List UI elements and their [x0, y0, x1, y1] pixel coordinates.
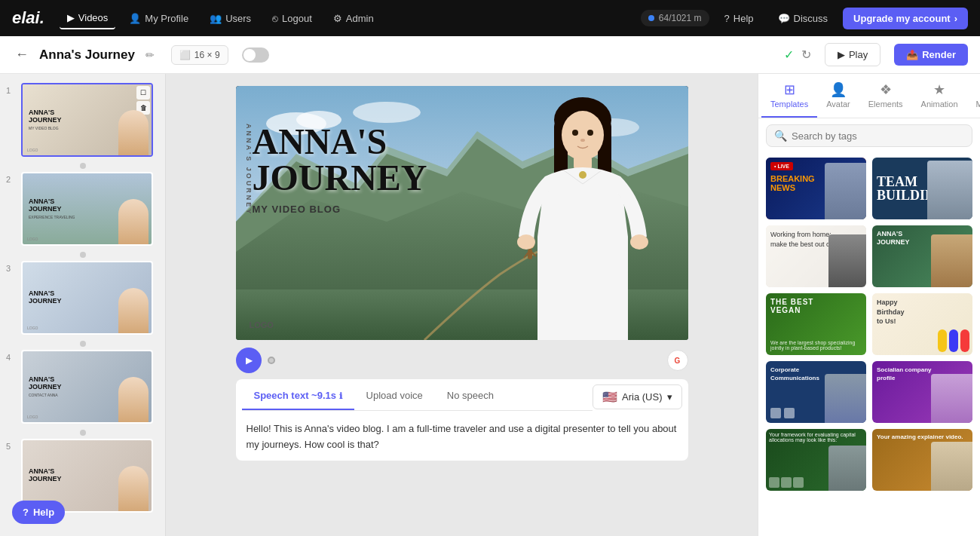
nav-videos[interactable]: ▶ Videos — [60, 8, 116, 29]
speech-tabs: Speech text ~9.1s ℹ Upload voice No spee… — [242, 382, 593, 411]
canvas-area: ANNA'S JOURNEY MY VIDEO BLOG ANNA'S JOUR… — [166, 74, 758, 536]
slide-item-3[interactable]: 3 ANNA'SJOURNEY LOGO — [0, 258, 165, 338]
template-card-1[interactable]: • LIVE BREAKING NEWS — [766, 158, 866, 219]
usage-badge: 64/1021 m — [641, 10, 709, 26]
progress-indicator[interactable] — [268, 357, 275, 364]
tab-music[interactable]: ♪ Music — [967, 75, 980, 118]
usage-dot — [648, 15, 654, 21]
chevron-right-icon: › — [954, 13, 957, 24]
view-toggle[interactable] — [242, 47, 269, 63]
tab-elements[interactable]: ❖ Elements — [859, 74, 912, 118]
avatar-icon: 👤 — [830, 81, 847, 98]
slide-item-4[interactable]: 4 ANNA'SJOURNEY CONTACT ANNA LOGO — [0, 347, 165, 427]
help-nav-button[interactable]: ? Help — [715, 8, 763, 29]
help-circle-icon: ? — [23, 507, 29, 518]
tab-speech-text[interactable]: Speech text ~9.1s ℹ — [242, 382, 354, 410]
nav-users[interactable]: 👥 Users — [202, 8, 259, 29]
elements-icon: ❖ — [880, 81, 892, 98]
tab-upload-voice[interactable]: Upload voice — [354, 382, 435, 410]
discuss-icon: 💬 — [778, 13, 790, 24]
svg-point-11 — [353, 102, 421, 123]
check-icon: ✓ — [784, 47, 794, 62]
search-wrap: 🔍 — [766, 124, 972, 147]
flag-icon: 🇺🇸 — [602, 390, 617, 404]
top-nav: elai. ▶ Videos 👤 My Profile 👥 Users ⎋ Lo… — [0, 0, 980, 36]
nav-logout[interactable]: ⎋ Logout — [265, 8, 320, 29]
nav-admin[interactable]: ⚙ Admin — [326, 8, 381, 29]
voice-selector[interactable]: 🇺🇸 Aria (US) ▾ — [593, 384, 681, 409]
render-button[interactable]: 📤 Render — [894, 44, 968, 66]
canvas-subtitle: MY VIDEO BLOG — [253, 204, 427, 215]
back-button[interactable]: ← — [12, 44, 32, 66]
aspect-ratio-button[interactable]: ⬜ 16 × 9 — [171, 45, 228, 65]
render-icon: 📤 — [906, 49, 918, 60]
canvas-play-button[interactable]: ▶ — [236, 348, 262, 373]
speech-content-text[interactable]: Hello! This is Anna's video blog. I am a… — [236, 414, 688, 461]
speech-tabs-row: Speech text ~9.1s ℹ Upload voice No spee… — [236, 379, 688, 414]
canvas-logo: LOGO — [250, 320, 274, 329]
template-card-9[interactable]: Your framework for evaluating capital al… — [766, 429, 866, 491]
tab-animation[interactable]: ★ Animation — [912, 74, 967, 118]
nav-my-profile[interactable]: 👤 My Profile — [121, 8, 196, 29]
play-icon: ▶ — [838, 49, 845, 60]
slide-3-dot — [0, 338, 165, 347]
svg-point-20 — [580, 139, 585, 142]
template-search: 🔍 — [758, 118, 980, 153]
template-card-8[interactable]: Socialian companyprofile — [872, 361, 972, 423]
canvas-frame[interactable]: ANNA'S JOURNEY MY VIDEO BLOG ANNA'S JOUR… — [236, 86, 688, 340]
template-card-2[interactable]: TEAMBUILDING — [872, 158, 972, 219]
templates-icon: ⊞ — [784, 81, 795, 98]
animation-icon: ★ — [933, 81, 945, 98]
right-panel-tabs: ⊞ Templates 👤 Avatar ❖ Elements ★ Animat… — [758, 74, 980, 118]
template-card-4[interactable]: ANNA'SJOURNEY — [872, 225, 972, 287]
slide-thumbnail-1: ☐ 🗑 ANNA'SJOURNEY MY VIDEO BLOG LOGO — [21, 83, 153, 157]
slide-thumbnail-2: ANNA'SJOURNEY EXPERIENCE TRAVELING LOGO — [21, 172, 153, 246]
slide-item-2[interactable]: 2 ANNA'SJOURNEY EXPERIENCE TRAVELING LOG… — [0, 169, 165, 249]
tab-templates[interactable]: ⊞ Templates — [761, 74, 817, 118]
template-card-10[interactable]: Your amazing explainer video. — [872, 429, 972, 491]
chevron-down-icon: ▾ — [667, 391, 672, 403]
slide-thumbnail-3: ANNA'SJOURNEY LOGO — [21, 261, 153, 335]
google-button[interactable]: G — [667, 350, 688, 371]
tab-no-speech[interactable]: No speech — [435, 382, 506, 410]
canvas-controls: ▶ G — [236, 348, 688, 373]
search-icon: 🔍 — [774, 130, 787, 142]
video-icon: ▶ — [67, 12, 75, 23]
svg-point-23 — [630, 234, 648, 250]
slide-4-dot — [0, 427, 165, 436]
play-triangle-icon: ▶ — [246, 355, 253, 366]
discuss-nav-button[interactable]: 💬 Discuss — [769, 8, 838, 29]
svg-point-18 — [572, 130, 578, 136]
profile-icon: 👤 — [129, 13, 141, 24]
canvas-title-2: JOURNEY — [253, 160, 427, 196]
brand-logo: elai. — [12, 8, 44, 28]
aspect-icon: ⬜ — [179, 50, 191, 60]
refresh-icon[interactable]: ↻ — [801, 47, 811, 62]
template-card-5[interactable]: THE BESTVEGAN We are the largest shop sp… — [766, 293, 866, 355]
upgrade-button[interactable]: Upgrade my account › — [843, 8, 968, 29]
tab-avatar[interactable]: 👤 Avatar — [817, 74, 859, 118]
svg-point-19 — [587, 130, 593, 136]
speech-section: Speech text ~9.1s ℹ Upload voice No spee… — [236, 379, 688, 461]
canvas-side-text: ANNA'S JOURNEY — [245, 124, 253, 216]
search-input[interactable] — [792, 130, 964, 142]
project-title: Anna's Journey — [39, 47, 135, 63]
help-button[interactable]: ? Help — [12, 501, 65, 524]
toggle-wrap — [242, 47, 269, 63]
slide-2-dot — [0, 249, 165, 258]
main-area: 1 ☐ 🗑 ANNA'SJOURNEY MY VIDEO BLOG LOGO 2 — [0, 74, 980, 536]
template-card-7[interactable]: CorporateCommunications — [766, 361, 866, 423]
admin-icon: ⚙ — [333, 13, 342, 24]
edit-icon[interactable]: ✏ — [145, 49, 155, 61]
canvas-title-1: ANNA'S — [253, 124, 427, 160]
info-icon: ℹ — [339, 391, 342, 400]
logout-icon: ⎋ — [272, 13, 278, 24]
template-card-6[interactable]: HappyBirthdayto Us! — [872, 293, 972, 355]
right-panel: ⊞ Templates 👤 Avatar ❖ Elements ★ Animat… — [758, 74, 980, 536]
svg-point-22 — [517, 234, 535, 250]
slide-panel: 1 ☐ 🗑 ANNA'SJOURNEY MY VIDEO BLOG LOGO 2 — [0, 74, 166, 536]
play-button[interactable]: ▶ Play — [825, 43, 880, 66]
slide-item-1[interactable]: 1 ☐ 🗑 ANNA'SJOURNEY MY VIDEO BLOG LOGO — [0, 80, 165, 160]
template-card-3[interactable]: Working from home:make the best out of i… — [766, 225, 866, 287]
svg-point-17 — [562, 111, 604, 159]
